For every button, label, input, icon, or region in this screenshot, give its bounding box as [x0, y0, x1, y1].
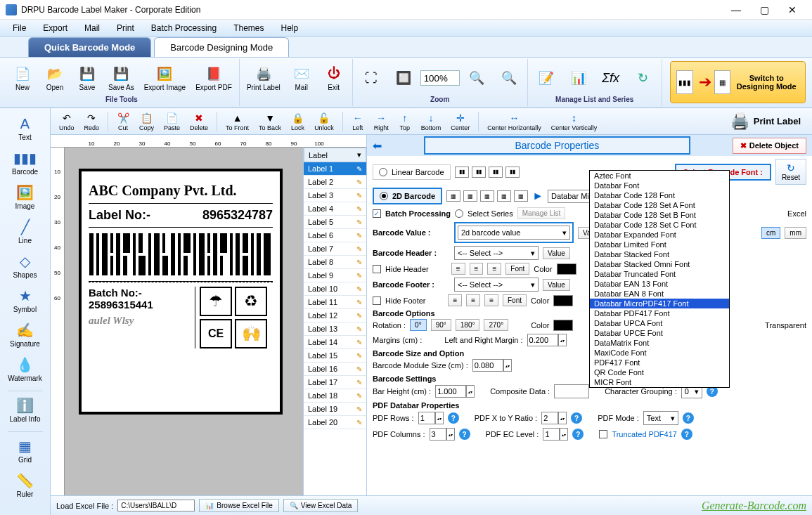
tool-image[interactable]: 🖼️Image	[4, 181, 46, 216]
font-option[interactable]: Databar EAN 13 Font	[590, 279, 729, 289]
excel-path-input[interactable]	[117, 500, 195, 511]
delete-object-button[interactable]: ✖Delete Object	[733, 138, 806, 154]
label-list-item[interactable]: Label 10✎	[304, 282, 366, 296]
cm-button[interactable]: cm	[761, 227, 780, 239]
label-list-item[interactable]: Label 14✎	[304, 336, 366, 349]
center-vert-button[interactable]: ↕Center Vertically	[547, 111, 602, 132]
props-back-button[interactable]: ⬅	[373, 139, 382, 152]
barcode-value-combo[interactable]: 2d barcode value▾	[458, 226, 570, 240]
tool-symbol[interactable]: ★Symbol	[4, 285, 46, 319]
series-excel-button[interactable]: 📊	[563, 59, 594, 97]
label-list-item[interactable]: Label 17✎	[304, 376, 366, 389]
tool-grid[interactable]: ▦Grid	[4, 435, 46, 469]
label-list-item[interactable]: Label 6✎	[304, 229, 366, 242]
font-dropdown[interactable]: Aztec FontDatabar FontDatabar Code 128 F…	[589, 170, 730, 388]
browse-excel-button[interactable]: 📊Browse Excel File	[199, 499, 278, 512]
center-horiz-button[interactable]: ↔Center Horizontally	[483, 111, 546, 132]
print-label-button[interactable]: 🖨️Print Label	[243, 59, 285, 97]
label-list-item[interactable]: Label 18✎	[304, 389, 366, 403]
close-button[interactable]: ✕	[778, 1, 806, 18]
tool-shapes[interactable]: ◇Shapes	[4, 250, 46, 285]
mm-button[interactable]: mm	[785, 227, 806, 239]
linear-barcode-radio[interactable]: Linear Barcode	[373, 164, 451, 180]
export-image-button[interactable]: 🖼️Export Image	[140, 59, 190, 97]
menu-themes[interactable]: Themes	[225, 21, 272, 35]
align-center-mini[interactable]: ≡	[470, 263, 484, 275]
align-top-button[interactable]: ↑Top	[394, 111, 415, 132]
series-refresh-button[interactable]: ↻	[628, 59, 659, 97]
align-left-mini[interactable]: ≡	[451, 263, 465, 275]
font-option[interactable]: Databar Code 128 Set B Font	[590, 210, 729, 220]
paste-button[interactable]: 📄Paste	[160, 111, 184, 132]
pdfratio-spin[interactable]: ▴▾	[541, 412, 567, 424]
menu-help[interactable]: Help	[272, 21, 307, 35]
composite-data-input[interactable]	[554, 384, 589, 398]
pdfmode-combo[interactable]: Text▾	[643, 411, 678, 425]
align-right-mini[interactable]: ≡	[487, 263, 501, 275]
tool-label-info[interactable]: ℹ️Label Info	[4, 394, 46, 429]
open-button[interactable]: 📂Open	[39, 59, 70, 97]
help-icon[interactable]: ?	[459, 429, 470, 440]
help-icon[interactable]: ?	[681, 429, 692, 440]
label-list-item[interactable]: Label 15✎	[304, 349, 366, 363]
font-option[interactable]: QR Code Font	[590, 367, 729, 377]
header-font-button[interactable]: Font	[505, 263, 529, 275]
select-series-radio[interactable]	[455, 209, 463, 218]
undo-button[interactable]: ↶Undo	[55, 111, 79, 132]
pdfcols-spin[interactable]: ▴▾	[430, 428, 455, 441]
to-back-button[interactable]: ▼To Back	[254, 111, 285, 132]
label-preview[interactable]: ABC Company Pvt. Ltd. Label No:-89653247…	[79, 169, 283, 415]
label-list-item[interactable]: Label 20✎	[304, 416, 366, 429]
label-list-item[interactable]: Label 2✎	[304, 176, 366, 189]
label-list-item[interactable]: Label 8✎	[304, 256, 366, 269]
help-icon[interactable]: ?	[448, 412, 459, 424]
tool-barcode[interactable]: ▮▮▮Barcode	[4, 147, 46, 181]
font-option[interactable]: Databar MicroPDF417 Font	[590, 299, 729, 308]
label-list-item[interactable]: Label 1✎	[304, 162, 366, 176]
font-option[interactable]: Databar Code 128 Set A Font	[590, 200, 729, 210]
rot-270-button[interactable]: 270°	[484, 319, 508, 331]
font-option[interactable]: Databar UPCE Font	[590, 328, 729, 338]
mail-button[interactable]: ✉️Mail	[286, 59, 317, 97]
font-option[interactable]: Databar Stacked Font	[590, 249, 729, 259]
label-list-item[interactable]: Label 19✎	[304, 403, 366, 416]
truncated-check[interactable]	[599, 430, 607, 438]
font-option[interactable]: Databar UPCA Font	[590, 318, 729, 328]
tool-text[interactable]: AText	[4, 112, 46, 147]
zoom-100-button[interactable]: 🔲	[388, 59, 419, 97]
font-option[interactable]: DataMatrix Font	[590, 338, 729, 348]
switch-mode-button[interactable]: ▮▮▮ ➔ ▦ Switch to Designing Mode	[670, 61, 806, 103]
reset-button[interactable]: ↻Reset	[775, 159, 806, 185]
font-option[interactable]: Databar Stacked Omni Font	[590, 259, 729, 269]
header-color-box[interactable]	[557, 263, 576, 275]
cut-button[interactable]: ✂️Cut	[112, 111, 134, 132]
footer-value-button[interactable]: Value	[543, 279, 570, 291]
barheight-spin[interactable]: ▴▾	[435, 385, 475, 398]
exit-button[interactable]: ⏻Exit	[318, 59, 349, 97]
label-list-item[interactable]: Label 16✎	[304, 363, 366, 376]
font-option[interactable]: Databar Expanded Font	[590, 230, 729, 240]
hide-footer-check[interactable]	[373, 296, 381, 305]
new-button[interactable]: 📄New	[7, 59, 38, 97]
font-option[interactable]: Databar Code 128 Set C Font	[590, 220, 729, 230]
help-icon[interactable]: ?	[683, 412, 694, 424]
zoom-combo[interactable]	[420, 70, 460, 86]
label-list-item[interactable]: Label 12✎	[304, 309, 366, 322]
copy-button[interactable]: 📋Copy	[135, 111, 158, 132]
to-front-button[interactable]: ▲To Front	[221, 111, 253, 132]
font-option[interactable]: Databar Limited Font	[590, 240, 729, 249]
tool-signature[interactable]: ✍️Signature	[4, 319, 46, 353]
zoom-fit-button[interactable]: ⛶	[356, 59, 387, 97]
help-icon[interactable]: ?	[571, 412, 582, 424]
align-center-button[interactable]: ✛Center	[446, 111, 474, 132]
rot-0-button[interactable]: 0°	[410, 319, 427, 331]
menu-export[interactable]: Export	[34, 21, 76, 35]
align-left-button[interactable]: ←Left	[347, 111, 368, 132]
label-list-item[interactable]: Label 5✎	[304, 216, 366, 229]
menu-mail[interactable]: Mail	[76, 21, 108, 35]
zoom-in-button[interactable]: 🔍	[461, 59, 492, 97]
font-option[interactable]: Databar EAN 8 Font	[590, 289, 729, 299]
font-option[interactable]: MaxiCode Font	[590, 348, 729, 358]
tool-line[interactable]: ╱Line	[4, 216, 46, 250]
barcode-color-box[interactable]	[553, 320, 573, 331]
